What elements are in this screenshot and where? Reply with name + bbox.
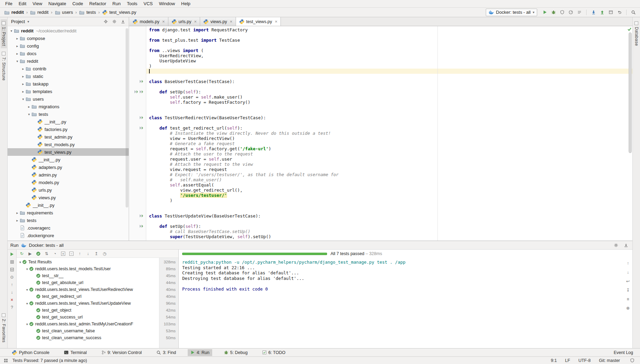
project-tree-item[interactable]: factories.py: [8, 125, 129, 133]
profiler-button[interactable]: [567, 9, 574, 16]
project-tree-item[interactable]: ▸templates: [8, 88, 129, 95]
stripe-structure[interactable]: 7: Structure: [1, 50, 7, 83]
caret-position-widget[interactable]: 9:1: [551, 358, 557, 363]
tab-test_views.py[interactable]: test_views.py×: [236, 17, 281, 26]
close-tab-icon[interactable]: ×: [162, 19, 165, 24]
menu-item-refactor[interactable]: Refactor: [86, 0, 109, 7]
project-tree-item[interactable]: ▸taskapp: [8, 80, 129, 88]
expanded-arrow-icon[interactable]: ▾: [18, 260, 22, 264]
run-button[interactable]: [541, 9, 549, 16]
encoding-widget[interactable]: UTF-8: [578, 358, 590, 363]
print-button[interactable]: ≡: [624, 296, 632, 303]
inspections-profile-icon[interactable]: [628, 357, 636, 364]
tool-window-switcher-icon[interactable]: [2, 357, 10, 364]
code-area[interactable]: from django.test import RequestFactoryfr…: [146, 26, 632, 241]
project-panel-title[interactable]: Project: [11, 19, 25, 24]
rerun-failed-tests-button[interactable]: ↻: [18, 250, 26, 257]
scroll-to-end-button[interactable]: ↧: [624, 287, 632, 294]
gear-icon[interactable]: [612, 242, 620, 249]
menu-item-tools[interactable]: Tools: [124, 0, 140, 7]
project-tree-item[interactable]: .dockerignore: [8, 232, 129, 239]
scroll-up-button[interactable]: ↑: [624, 260, 632, 267]
project-tree-item[interactable]: ▸config: [8, 42, 129, 50]
test-tree-item[interactable]: test_get_redirect_url40ms: [17, 293, 178, 300]
restore-layout-button[interactable]: [8, 266, 16, 272]
toggle-auto-test-button[interactable]: ▶: [26, 250, 34, 257]
hide-panel-button[interactable]: [622, 242, 630, 249]
toolwindow-python-console[interactable]: Python Console: [9, 349, 52, 356]
breadcrumb-item[interactable]: test_views.py: [101, 9, 137, 16]
stripe-favorites[interactable]: 2: Favorites: [1, 311, 7, 345]
toolwindow-run[interactable]: 4: Run: [188, 349, 212, 356]
project-tree-item[interactable]: ▸migrations: [8, 103, 129, 110]
rollback-button[interactable]: [616, 9, 623, 16]
close-button[interactable]: ×: [8, 297, 16, 303]
editor-scrollbar[interactable]: [628, 32, 632, 241]
test-tree-item[interactable]: test_clean_username_success50ms: [17, 334, 178, 341]
project-tree-item[interactable]: test_views.py: [8, 148, 129, 156]
collapse-all-button[interactable]: −: [68, 250, 75, 257]
expanded-arrow-icon[interactable]: ▾: [25, 322, 29, 326]
toolwindow-terminal[interactable]: Terminal: [61, 349, 89, 356]
project-tree-item[interactable]: __init__.py: [8, 201, 129, 209]
project-tree-item[interactable]: __init__.py: [8, 156, 129, 163]
expanded-arrow-icon[interactable]: ▾: [9, 29, 14, 33]
edit-configurations-button[interactable]: [575, 9, 583, 16]
breadcrumb-item[interactable]: reddit: [29, 9, 49, 16]
toolwindow-event-log[interactable]: Event Log: [611, 349, 636, 356]
run-with-coverage-button[interactable]: [558, 9, 566, 16]
project-tree-item[interactable]: ▾users: [8, 95, 129, 103]
collapsed-arrow-icon[interactable]: ▸: [21, 82, 26, 86]
breadcrumb-item[interactable]: users: [54, 9, 74, 16]
scroll-down-button[interactable]: ↓: [8, 289, 16, 295]
expand-all-button[interactable]: +: [59, 250, 67, 257]
project-tree-item[interactable]: ▸docs: [8, 50, 129, 57]
test-tree-item[interactable]: ▾reddit.users.tests.test_views.TestUserU…: [17, 300, 178, 307]
toolwindow-debug[interactable]: 5: Debug: [221, 349, 250, 356]
collapsed-arrow-icon[interactable]: ▸: [21, 67, 26, 71]
expanded-arrow-icon[interactable]: ▾: [27, 112, 31, 116]
project-tree-item[interactable]: urls.py: [8, 186, 129, 194]
project-tree-item[interactable]: test_admin.py: [8, 133, 129, 141]
rerun-button[interactable]: [8, 251, 16, 257]
test-tree-item[interactable]: ▾reddit.users.tests.test_views.TestUserR…: [17, 286, 178, 293]
stripe-database[interactable]: Database: [633, 19, 640, 48]
stripe-project[interactable]: 1: Project: [1, 19, 7, 48]
menu-item-code[interactable]: Code: [69, 0, 86, 7]
vcs-branch-widget[interactable]: Git: master: [599, 358, 620, 363]
close-tab-icon[interactable]: ×: [194, 19, 197, 24]
hide-panel-button[interactable]: [119, 18, 127, 25]
line-separator-widget[interactable]: LF: [565, 358, 570, 363]
project-tree-item[interactable]: ▸contrib: [8, 65, 129, 72]
scroll-up-button[interactable]: ↑: [8, 282, 16, 287]
project-tree-item[interactable]: views.py: [8, 194, 129, 201]
compare-with-button[interactable]: [607, 9, 614, 16]
tab-urls.py[interactable]: urls.py×: [168, 17, 200, 26]
expanded-arrow-icon[interactable]: ▾: [21, 97, 26, 101]
search-everywhere-button[interactable]: [630, 9, 637, 16]
close-tab-icon[interactable]: ×: [275, 19, 278, 24]
commit-changes-button[interactable]: [598, 9, 606, 16]
test-tree-item[interactable]: test_clean_username_false53ms: [17, 327, 178, 334]
project-tree-item[interactable]: ▸requirements: [8, 209, 129, 216]
test-tree-item[interactable]: test__str__45ms: [17, 272, 178, 279]
run-configuration-select[interactable]: Docker: tests - all ▾: [486, 9, 537, 16]
breadcrumb-item[interactable]: tests: [78, 9, 96, 16]
collapsed-arrow-icon[interactable]: ▸: [27, 105, 31, 109]
locate-file-button[interactable]: [102, 18, 109, 25]
test-history-button[interactable]: ◷: [101, 250, 108, 257]
menu-item-view[interactable]: View: [29, 0, 45, 7]
project-tree-item[interactable]: models.py: [8, 179, 129, 186]
menu-item-vcs[interactable]: VCS: [140, 0, 156, 7]
chevron-down-icon[interactable]: ▾: [26, 20, 29, 23]
breadcrumb-item[interactable]: reddit: [3, 9, 24, 16]
inspections-status-icon[interactable]: [627, 27, 632, 31]
test-tree-item[interactable]: test_get_success_url54ms: [17, 314, 178, 321]
collapsed-arrow-icon[interactable]: ▸: [15, 211, 20, 215]
debug-button[interactable]: [550, 9, 557, 16]
project-tree-item[interactable]: ▸static: [8, 72, 129, 80]
expanded-arrow-icon[interactable]: ▾: [25, 288, 29, 292]
test-tree-item[interactable]: ▾reddit.users.tests.test_admin.TestMyUse…: [17, 321, 178, 327]
previous-failed-test-button[interactable]: ↑: [76, 250, 83, 257]
project-tree-item[interactable]: __init__.py: [8, 118, 129, 125]
